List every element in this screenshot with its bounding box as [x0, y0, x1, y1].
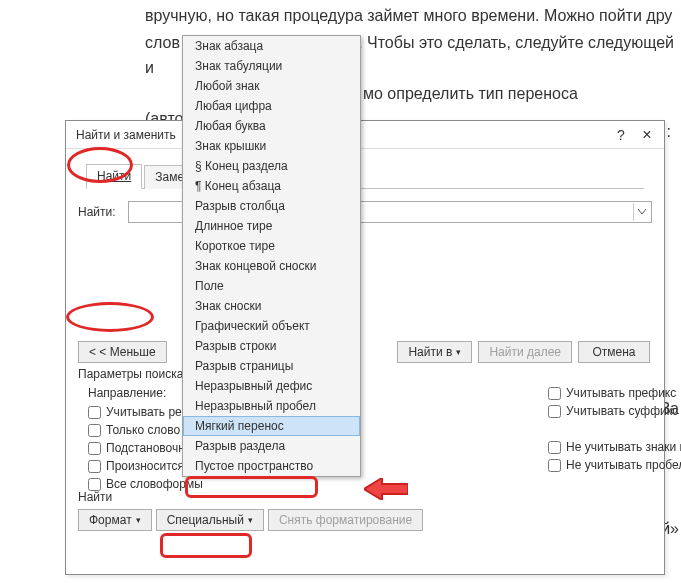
search-options-label: Параметры поиска [78, 367, 183, 381]
special-button[interactable]: Специальный▾ [156, 509, 264, 531]
chevron-down-icon[interactable] [633, 203, 649, 221]
menu-item[interactable]: Пустое пространство [183, 456, 360, 476]
bg-line: : [667, 120, 671, 145]
chevron-down-icon: ▾ [456, 347, 461, 357]
menu-item[interactable]: Любая буква [183, 116, 360, 136]
suffix-checkbox[interactable]: Учитывать суффикс [548, 404, 681, 418]
menu-item[interactable]: Знак сноски [183, 296, 360, 316]
no-formatting-button[interactable]: Снять форматирование [268, 509, 423, 531]
less-options-button[interactable]: < < Меньше [78, 341, 167, 363]
menu-item[interactable]: Поле [183, 276, 360, 296]
menu-item[interactable]: Разрыв столбца [183, 196, 360, 216]
prefix-checkbox[interactable]: Учитывать префикс [548, 386, 681, 400]
titlebar: Найти и заменить ? × [66, 121, 664, 149]
menu-item[interactable]: Длинное тире [183, 216, 360, 236]
close-button[interactable]: × [634, 125, 660, 145]
annotation-arrow-left [364, 478, 408, 503]
bg-line: вручную, но такая процедура займет много… [145, 4, 675, 29]
menu-item[interactable]: Любая цифра [183, 96, 360, 116]
chevron-down-icon: ▾ [248, 515, 253, 525]
tabs: Найти Заменить Перейти [86, 163, 644, 189]
menu-item[interactable]: Разрыв страницы [183, 356, 360, 376]
special-menu: Знак абзацаЗнак табуляцииЛюбой знакЛюбая… [182, 35, 361, 477]
find-row: Найти: [78, 201, 652, 223]
menu-item[interactable]: Графический объект [183, 316, 360, 336]
menu-item[interactable]: Разрыв строки [183, 336, 360, 356]
menu-item[interactable]: § Конец раздела [183, 156, 360, 176]
menu-item[interactable]: Неразрывный пробел [183, 396, 360, 416]
menu-item[interactable]: Неразрывный дефис [183, 376, 360, 396]
menu-item[interactable]: Знак концевой сноски [183, 256, 360, 276]
ignore-space-checkbox[interactable]: Не учитывать пробелы [548, 458, 681, 472]
find-in-button[interactable]: Найти в▾ [397, 341, 472, 363]
menu-item[interactable]: Короткое тире [183, 236, 360, 256]
help-button[interactable]: ? [608, 125, 634, 145]
cancel-button[interactable]: Отмена [578, 341, 650, 363]
menu-item[interactable]: Разрыв раздела [183, 436, 360, 456]
find-replace-dialog: Найти и заменить ? × Найти Заменить Пере… [65, 120, 665, 575]
find-label: Найти: [78, 205, 120, 219]
menu-item[interactable]: Знак табуляции [183, 56, 360, 76]
menu-item[interactable]: Знак крышки [183, 136, 360, 156]
format-button[interactable]: Формат▾ [78, 509, 152, 531]
ignore-punct-checkbox[interactable]: Не учитывать знаки препинания [548, 440, 681, 454]
chevron-down-icon: ▾ [136, 515, 141, 525]
menu-item[interactable]: Любой знак [183, 76, 360, 96]
tab-find[interactable]: Найти [86, 164, 142, 189]
menu-item[interactable]: Мягкий перенос [183, 416, 360, 436]
find-next-button[interactable]: Найти далее [478, 341, 572, 363]
menu-item[interactable]: Знак абзаца [183, 36, 360, 56]
menu-item[interactable]: ¶ Конец абзаца [183, 176, 360, 196]
all-forms-checkbox[interactable]: Все словоформы [88, 477, 388, 491]
